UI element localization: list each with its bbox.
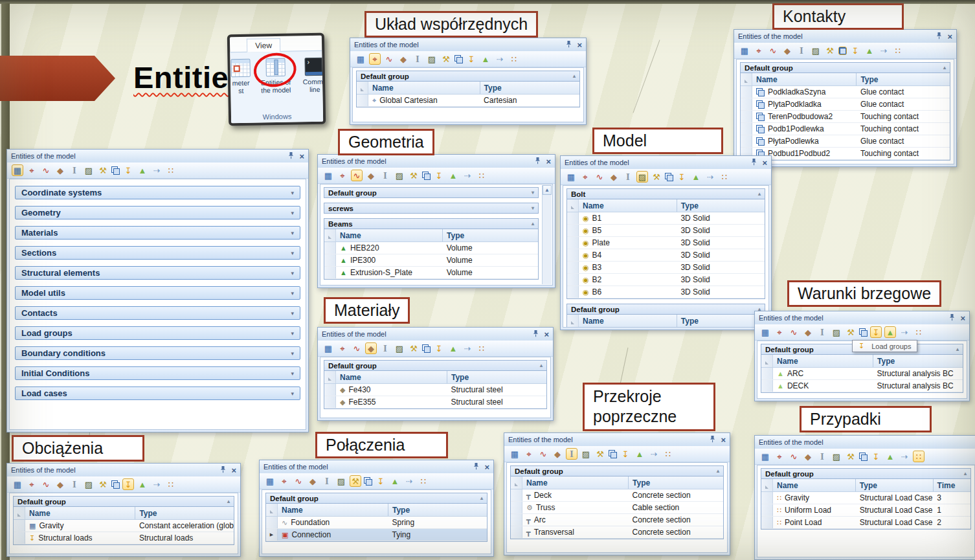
table-row[interactable]: ↧Structural loadsStructural loads [14, 532, 234, 544]
table-row[interactable]: ◉B43D Solid [567, 249, 765, 262]
column-header[interactable]: Name [773, 479, 855, 491]
table-row[interactable]: ◆Fe430Structural steel [324, 384, 546, 396]
group-header[interactable]: Default group▴ [740, 62, 950, 73]
geometry-curve-icon[interactable]: ∿ [40, 478, 52, 490]
column-header[interactable]: Type [447, 371, 546, 383]
tools-icon[interactable]: ⚒ [845, 326, 857, 338]
collapse-icon[interactable]: ▴ [532, 221, 534, 227]
column-header[interactable]: Type [856, 73, 950, 85]
window-grid-icon[interactable]: ▦ [12, 478, 23, 490]
table-row[interactable]: ┳DeckConcrete section [511, 489, 723, 502]
column-header[interactable]: Name [752, 73, 856, 85]
tools-icon[interactable]: ⚒ [97, 164, 109, 176]
model-image-icon[interactable]: ▨ [831, 451, 842, 462]
window-grid-icon[interactable]: ▦ [759, 451, 771, 462]
load-groups-icon[interactable]: ↧ [122, 478, 134, 490]
material-cube-icon[interactable]: ◆ [552, 448, 563, 460]
collapse-icon[interactable]: ▴ [573, 73, 576, 79]
table-row[interactable]: ▶▣ConnectionTying [266, 529, 487, 541]
expand-icon[interactable]: ▾ [532, 190, 534, 196]
group-header[interactable]: Beams▴ [324, 218, 539, 229]
geometry-curve-icon[interactable]: ∿ [594, 171, 605, 183]
load-cases-icon[interactable]: ∷ [476, 342, 488, 354]
command-line-button[interactable]: Commaline [293, 57, 326, 93]
group-header[interactable]: Default group▴ [13, 496, 234, 507]
initial-conditions-icon[interactable]: ⇢ [648, 448, 660, 460]
pin-icon[interactable] [288, 151, 294, 161]
collapse-icon[interactable]: ▴ [943, 65, 946, 71]
section-ibeam-icon[interactable]: I [379, 170, 391, 181]
window-grid-icon[interactable]: ▦ [759, 326, 771, 338]
table-row[interactable]: PlytaPodkladkaGlue contact [741, 98, 950, 111]
collapse-icon[interactable]: ▴ [480, 495, 483, 501]
group-header[interactable]: Bolt▴ [566, 188, 765, 199]
column-header[interactable]: Name [773, 355, 873, 367]
model-image-icon[interactable]: ▨ [426, 53, 438, 65]
table-row[interactable]: ◉B13D Solid [567, 212, 765, 225]
column-header[interactable]: Name [336, 371, 447, 383]
contacts-icon[interactable] [111, 480, 120, 489]
geometry-curve-icon[interactable]: ∿ [767, 45, 779, 56]
table-row[interactable]: TerenPodbudowa2Touching contact [741, 111, 950, 123]
contacts-icon[interactable] [111, 166, 120, 175]
model-image-icon[interactable]: ▨ [335, 475, 347, 487]
material-cube-icon[interactable]: ◆ [398, 53, 409, 65]
pin-icon[interactable] [535, 157, 541, 166]
geometry-curve-icon[interactable]: ∿ [383, 53, 395, 65]
table-row[interactable]: ┳TransversalConcrete section [511, 526, 723, 539]
column-header[interactable]: Type [677, 199, 765, 212]
pin-icon[interactable] [751, 158, 757, 167]
accordion-section-contacts[interactable]: Contacts▾ [15, 306, 300, 320]
initial-conditions-icon[interactable]: ⇢ [151, 478, 162, 490]
load-cases-icon[interactable]: ∷ [662, 448, 674, 460]
close-icon[interactable]: × [231, 466, 236, 475]
column-header[interactable]: Name [278, 504, 388, 516]
accordion-section-load-groups[interactable]: Load groups▾ [15, 326, 300, 340]
accordion-section-boundary-conditions[interactable]: Boundary conditions▾ [15, 346, 300, 360]
section-ibeam-icon[interactable]: I [321, 475, 333, 487]
close-icon[interactable]: × [721, 436, 726, 444]
column-header[interactable]: Type [873, 355, 963, 367]
model-image-icon[interactable]: ▨ [810, 45, 822, 56]
initial-conditions-icon[interactable]: ⇢ [899, 451, 910, 462]
close-icon[interactable]: × [544, 330, 549, 339]
coordinate-system-icon[interactable]: ⌖ [26, 164, 38, 176]
tools-icon[interactable]: ⚒ [440, 53, 452, 65]
coordinate-system-icon[interactable]: ⌖ [753, 45, 765, 56]
boundary-triangle-icon[interactable]: ▲ [480, 53, 491, 65]
table-row[interactable]: ▲ARCStructural analysis BC [761, 368, 963, 380]
table-row[interactable]: ▲HEB220Volume [324, 242, 538, 254]
load-groups-icon[interactable]: ↧ [676, 171, 688, 183]
section-ibeam-icon[interactable]: I [796, 45, 807, 56]
column-header[interactable]: Type [628, 476, 723, 489]
accordion-section-structural-elements[interactable]: Structural elements▾ [15, 266, 300, 280]
pin-icon[interactable] [533, 330, 539, 339]
group-header[interactable]: screws▾ [324, 203, 539, 214]
tools-icon[interactable]: ⚒ [824, 45, 836, 56]
window-grid-icon[interactable]: ▦ [264, 475, 276, 487]
coordinate-system-icon[interactable]: ⌖ [278, 475, 290, 487]
initial-conditions-icon[interactable]: ⇢ [462, 170, 473, 181]
column-header[interactable]: Name [368, 82, 480, 94]
tools-icon[interactable]: ⚒ [408, 342, 420, 354]
column-header[interactable]: Time [933, 479, 970, 491]
initial-conditions-icon[interactable]: ⇢ [899, 326, 910, 338]
table-row[interactable]: PłytaPodlewkaGlue contact [741, 135, 950, 148]
column-header[interactable]: Name [579, 315, 677, 327]
section-ibeam-icon[interactable]: I [622, 171, 634, 183]
window-grid-icon[interactable]: ▦ [322, 342, 334, 354]
load-cases-icon[interactable]: ∷ [165, 478, 177, 490]
table-row[interactable]: ◆FeE355Structural steel [324, 396, 546, 409]
coordinate-system-icon[interactable]: ⌖ [337, 342, 348, 354]
section-ibeam-icon[interactable]: I [566, 448, 577, 460]
column-header[interactable]: Type [442, 229, 538, 241]
table-row[interactable]: Podb1PodlewkaTouching contact [741, 123, 950, 135]
close-icon[interactable]: × [960, 314, 965, 322]
initial-conditions-icon[interactable]: ⇢ [494, 53, 506, 65]
contacts-icon[interactable] [454, 55, 463, 63]
collapse-icon[interactable]: ▴ [717, 468, 719, 474]
material-cube-icon[interactable]: ◆ [365, 170, 377, 181]
window-grid-icon[interactable]: ▦ [565, 171, 577, 183]
group-header[interactable]: Default group▴ [761, 468, 971, 479]
table-row[interactable]: ∷Point LoadStructural Load Case2 [761, 517, 970, 529]
